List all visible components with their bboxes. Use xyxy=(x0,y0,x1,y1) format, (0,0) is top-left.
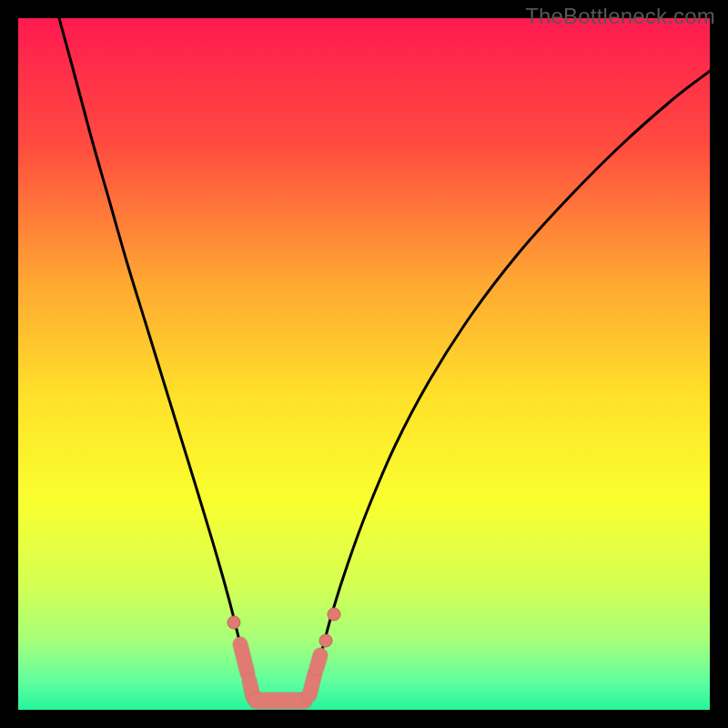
curve-layer xyxy=(18,18,710,710)
bottleneck-curve xyxy=(59,18,710,705)
marker-point xyxy=(319,634,332,647)
v-curve-path xyxy=(59,18,710,705)
marker-point xyxy=(228,616,240,629)
marker-capsule xyxy=(240,644,248,673)
marker-group xyxy=(228,608,340,701)
marker-capsule xyxy=(309,673,315,695)
plot-area xyxy=(18,18,710,710)
marker-point xyxy=(328,608,340,621)
chart-stage: TheBottleneck.com xyxy=(0,0,728,728)
watermark-text: TheBottleneck.com xyxy=(525,4,715,29)
marker-capsule xyxy=(317,655,320,668)
